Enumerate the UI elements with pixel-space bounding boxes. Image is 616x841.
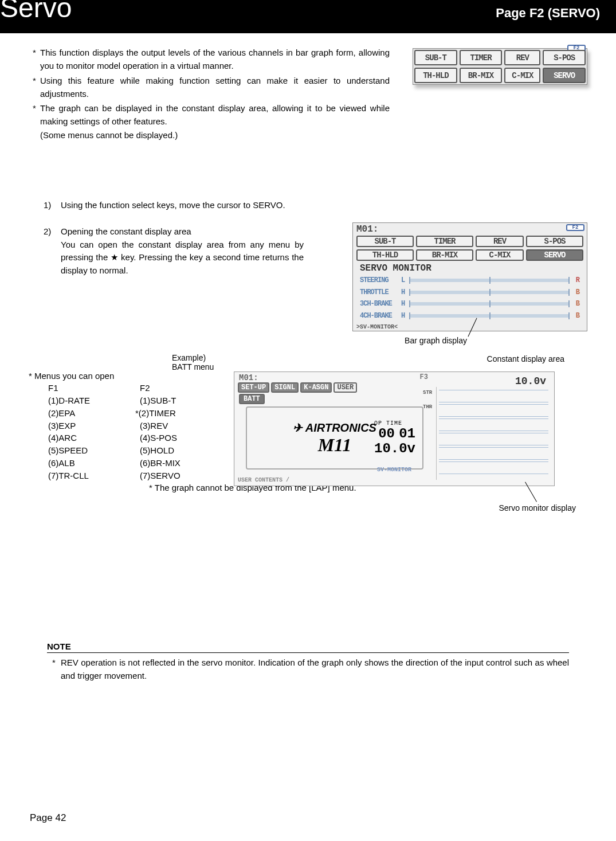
steps-list: 1)Using the function select keys, move t… [44,199,304,277]
page-number: Page 42 [30,812,66,824]
menu-item: (1)SUB-T [140,394,232,407]
menu-item: (7)TR-CLL [48,470,140,482]
lcd-cell: REV [476,236,524,247]
lcd-tab-selected: BATT [239,394,265,404]
lcd-cell: S-POS [526,236,583,247]
op-time: OP TIME 00 01 10.0v [374,420,415,457]
menu-item: (7)SERVO [140,470,232,482]
menu-item: (3)EXP [48,420,140,432]
lcd-cell: S-POS [543,50,586,65]
lcd-cell: TH-HLD [356,249,414,261]
bar-graph-area: STEERINGLR THROTTLEHB 3CH-BRAKEHB 4CH-BR… [360,275,580,322]
model-label: M01: [239,373,258,382]
lcd-servo-monitor: M01: F2 SUB-T TIMER REV S-POS TH-HLD BR-… [352,222,587,331]
brand-logo: ✈ AIRTRONICS [293,421,376,435]
lcd-tab: SIGNL [271,382,299,393]
brand-panel: ✈ AIRTRONICS M11 OP TIME 00 01 10.0v [246,406,423,470]
menu-item: (6)ALB [48,457,140,470]
note-header: NOTE [47,641,569,653]
lcd-cell: TIMER [460,50,503,65]
header-banner: Servo Page F2 (SERVO) [0,0,616,33]
menu-item: (2)EPA [48,407,140,420]
lcd-cell-selected: SERVO [543,68,586,83]
intro-item: This function displays the output levels… [40,46,390,73]
menu-item: (5)HOLD [140,444,232,457]
caption-bar-graph: Bar graph display [405,336,467,345]
caption-constant-area: Constant display area [487,354,564,363]
lcd-cell-selected: SERVO [526,249,583,261]
menu-item: (3)REV [140,420,232,432]
lcd-tab: K-ASGN [300,382,332,393]
lcd-cell: BR-MIX [416,249,473,261]
fz-tag: F3 [420,373,428,381]
lcd-cell: C-MIX [504,68,540,83]
note-block: NOTE * REV operation is not reflected in… [29,641,587,682]
servo-mini-monitor: STR THR [436,387,551,480]
section-title: SERVO MONITOR [360,263,431,273]
step-text: Using the function select keys, move the… [61,199,304,212]
menu-item: (5)SPEED [48,444,140,457]
intro-item: Using this feature while making function… [40,74,390,101]
lcd-cell: C-MIX [476,249,524,261]
lcd-cell: TH-HLD [414,68,457,83]
lcd-cell: BR-MIX [460,68,503,83]
banner-title: Servo [0,0,72,22]
menu-item: (1)D-RATE [48,394,140,407]
lcd-example-batt: M01: F3 10.0v SET-UP SIGNL K-ASGN USER B… [234,371,555,486]
col-header: F1 [48,382,140,394]
lcd-footer: USER CONTENTS / [238,477,289,483]
lcd-tab: SET-UP [238,382,269,393]
banner-page-label: Page F2 (SERVO) [496,6,600,21]
lcd-cell: SUB-T [414,50,457,65]
example-label: Example)BATT menu [172,353,214,371]
lcd-tab: USER [333,382,357,393]
lcd-tabs-small: F2 SUB-T TIMER REV S-POS TH-HLD BR-MIX C… [413,48,587,85]
intro-list: *This function displays the output level… [29,46,390,142]
model-logo: M11 [318,435,352,456]
menu-item: (4)ARC [48,432,140,444]
menu-item: (4)S-POS [140,432,232,444]
intro-item: The graph can be displayed in the consta… [40,101,390,142]
lcd-cell: TIMER [416,236,473,247]
model-label: M01: [356,224,378,234]
lcd-mid-label: SV-MONITOR [377,467,411,473]
lcd-footer: >SV-MONITOR< [356,324,398,330]
fz-tag: F2 [566,224,584,231]
menu-item: *(2)TIMER [135,407,232,420]
menu-item: (6)BR-MIX [140,457,232,470]
caption-servo-monitor: Servo monitor display [499,503,576,513]
voltage-readout: 10.0v [515,375,546,387]
lcd-cell: SUB-T [356,236,414,247]
lcd-cell: REV [504,50,540,65]
step-text: Opening the constant display areaYou can… [61,225,304,277]
col-header: F2 [140,382,232,394]
note-text: REV operation is not reflected in the se… [61,656,569,682]
